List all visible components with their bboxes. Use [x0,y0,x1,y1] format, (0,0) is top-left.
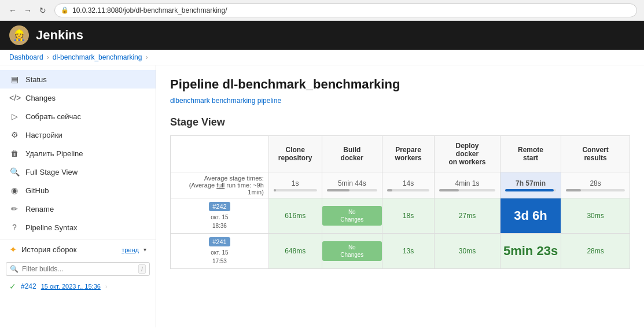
jenkins-header: 👷 Jenkins [0,21,644,50]
history-section: ✦ История сборок тренд ▾ 🔍 / ✓ #242 15 о… [0,239,156,294]
browser-chrome: ← → ↻ 🔒 10.0.32.11:8080/job/dl-benchmark… [0,0,644,21]
avg-label-cell: Average stage times: (Average full run t… [171,172,269,198]
history-icon: ✦ [9,244,17,255]
sidebar-item-changes[interactable]: </> Changes [0,89,156,107]
sidebar-item-delete[interactable]: 🗑 Удалить Pipeline [0,144,156,163]
github-icon: ◉ [9,186,20,195]
avg-prepare-workers-time: 14s [403,179,414,187]
filter-shortcut: / [138,264,146,274]
build-242-date2: 18:36 [212,223,227,229]
build-242-convert: 30ms [561,198,630,234]
refresh-button[interactable]: ↻ [37,5,49,16]
breadcrumb-sep-1: › [47,53,49,61]
avg-remote-start-time: 7h 57min [516,179,546,187]
avg-clone: 1s [268,172,322,198]
search-icon: 🔍 [10,265,19,273]
stage-view-title: Stage View [170,116,630,128]
avg-deploy-docker-time: 4min 1s [455,179,480,187]
history-label: История сборок [21,245,117,254]
sidebar-item-github[interactable]: ◉ GitHub [0,181,156,200]
avg-prepare-workers: 14s [382,172,435,198]
sidebar-item-pipeline-syntax[interactable]: ? Pipeline Syntax [0,218,156,237]
avg-clone-time: 1s [292,179,299,187]
sidebar-label-settings: Настройки [25,131,62,139]
jenkins-logo: 👷 [9,25,29,45]
build-item-242[interactable]: ✓ #242 15 окт. 2023 г., 15:36 › [0,278,156,294]
col-empty [171,136,269,172]
sidebar-label-delete: Удалить Pipeline [25,149,83,158]
breadcrumb-dashboard[interactable]: Dashboard [9,53,43,61]
col-prepare-workers: Prepareworkers [382,136,435,172]
sidebar-label-build-now: Собрать сейчас [25,112,81,121]
avg-build-docker-time: 5min 44s [338,179,366,187]
build-241-date1: окт. 15 [211,249,228,256]
col-deploy-docker: Deploy dockeron workers [435,136,501,172]
build-now-icon: ▷ [9,112,20,121]
chevron-down-icon: ▾ [143,246,146,253]
build-242-info: #242 окт. 15 18:36 [171,198,269,234]
filter-input[interactable] [22,265,135,273]
col-convert-results: Convert results [561,136,630,172]
build-arrow-icon: › [105,283,107,290]
build-241-convert: 28ms [561,234,630,269]
sidebar-item-settings[interactable]: ⚙ Настройки [0,126,156,144]
build-241-tag[interactable]: #241 [209,237,230,246]
build-242-prepare: 18s [382,198,435,234]
history-header[interactable]: ✦ История сборок тренд ▾ [0,239,156,260]
build-date-242[interactable]: 15 окт. 2023 г., 15:36 [41,283,101,290]
filter-builds-input[interactable]: 🔍 / [6,262,150,276]
full-stage-icon: 🔍 [9,167,20,176]
col-remote-start: Remote start [500,136,561,172]
address-bar[interactable]: 🔒 10.0.32.11:8080/job/dl-benchmark_bench… [54,3,637,17]
pipeline-syntax-icon: ? [9,223,20,232]
sidebar-label-pipeline-syntax: Pipeline Syntax [25,223,78,232]
breadcrumb-sep-2: › [145,53,148,61]
avg-label-line1: Average stage times: [204,175,264,182]
build-241-remote: 5min 23s [500,234,561,269]
pipeline-subtitle[interactable]: dlbenchmark benchmarking pipeline [170,97,630,105]
breadcrumb: Dashboard › dl-benchmark_benchmarking › [0,50,644,65]
avg-deploy-docker: 4min 1s [435,172,501,198]
build-row-241: #241 окт. 15 17:53 648ms NoChanges 13s 3… [171,234,630,269]
build-241-prepare: 13s [382,234,435,269]
forward-button[interactable]: → [22,5,34,16]
content-area: Pipeline dl-benchmark_benchmarking dlben… [156,65,644,327]
sidebar-label-changes: Changes [25,94,56,102]
avg-convert-results: 28s [561,172,630,198]
delete-icon: 🗑 [9,149,20,158]
settings-icon: ⚙ [9,130,20,139]
build-number-242[interactable]: #242 [21,282,36,290]
build-242-tag[interactable]: #242 [209,202,230,211]
back-button[interactable]: ← [7,5,19,16]
no-changes-badge-242: NoChanges [322,206,382,226]
status-icon: ▤ [9,75,20,84]
breadcrumb-job[interactable]: dl-benchmark_benchmarking [53,53,142,61]
trend-badge[interactable]: тренд [122,246,139,253]
build-242-clone: 616ms [268,198,322,234]
avg-row: Average stage times: (Average full run t… [171,172,630,198]
jenkins-title: Jenkins [36,28,83,43]
build-242-deploy: 27ms [435,198,501,234]
sidebar-item-full-stage[interactable]: 🔍 Full Stage View [0,163,156,181]
build-status-success-icon: ✓ [9,282,16,291]
no-changes-badge-241: NoChanges [322,241,382,261]
page-title: Pipeline dl-benchmark_benchmarking [170,77,630,92]
build-row-242: #242 окт. 15 18:36 616ms NoChanges 18s 2… [171,198,630,234]
build-242-date1: окт. 15 [211,214,228,220]
sidebar-item-status[interactable]: ▤ Status [0,70,156,89]
build-241-no-changes: NoChanges [322,234,382,269]
sidebar-item-rename[interactable]: ✏ Rename [0,200,156,218]
col-build-docker: Build docker [322,136,382,172]
avg-remote-start: 7h 57min [500,172,561,198]
url-text: 10.0.32.11:8080/job/dl-benchmark_benchma… [72,6,227,14]
avg-convert-results-time: 28s [590,179,601,187]
avg-label-line2: (Average full run time: ~9h 1min) [189,182,264,196]
sidebar-label-github: GitHub [25,186,49,195]
main-layout: ▤ Status </> Changes ▷ Собрать сейчас ⚙ … [0,65,644,327]
nav-buttons[interactable]: ← → ↻ [7,5,49,16]
build-241-clone: 648ms [268,234,322,269]
rename-icon: ✏ [9,204,20,213]
build-241-date2: 17:53 [212,258,227,264]
stage-table-wrapper: Clonerepository Build docker Preparework… [170,135,630,269]
sidebar-item-build-now[interactable]: ▷ Собрать сейчас [0,107,156,126]
